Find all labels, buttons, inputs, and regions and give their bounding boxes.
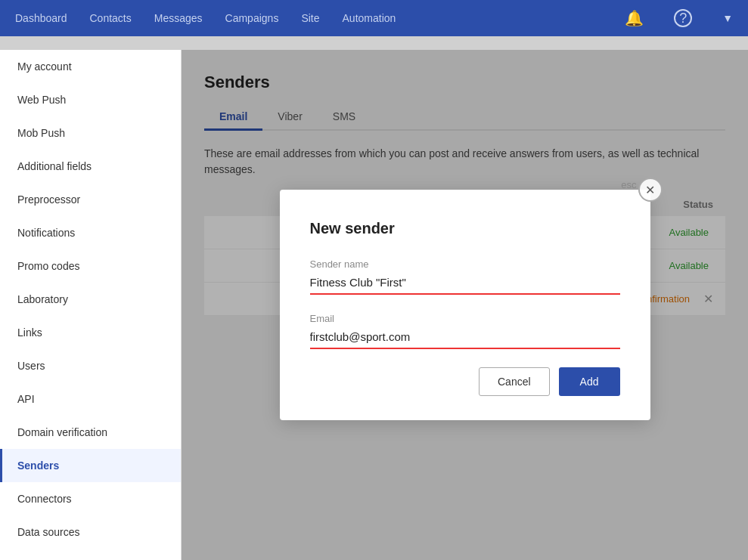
sidebar-item-additional-fields[interactable]: Additional fields xyxy=(0,150,181,183)
new-sender-modal: ✕ esc New sender Sender name Email Cance… xyxy=(280,190,650,420)
modal-actions: Cancel Add xyxy=(310,367,620,396)
nav-item-messages[interactable]: Messages xyxy=(154,9,203,27)
account-dropdown-icon[interactable]: ▼ xyxy=(722,12,733,24)
email-label: Email xyxy=(310,313,620,324)
sidebar-item-users[interactable]: Users xyxy=(0,349,181,382)
sidebar-item-preprocessor[interactable]: Preprocessor xyxy=(0,183,181,216)
sidebar-item-senders[interactable]: Senders xyxy=(0,449,181,482)
sidebar-item-domain-verification[interactable]: Domain verification xyxy=(0,416,181,449)
sidebar-item-my-account[interactable]: My account xyxy=(0,50,181,83)
sidebar-item-promo-codes[interactable]: Promo codes xyxy=(0,249,181,283)
sub-bar xyxy=(0,36,748,50)
add-button[interactable]: Add xyxy=(559,367,620,396)
sidebar-item-links[interactable]: Links xyxy=(0,316,181,349)
email-input[interactable] xyxy=(310,327,620,349)
top-navigation: Dashboard Contacts Messages Campaigns Si… xyxy=(0,0,748,36)
sidebar-item-connectors[interactable]: Connectors xyxy=(0,482,181,515)
cancel-button[interactable]: Cancel xyxy=(479,367,550,396)
help-icon[interactable]: ? xyxy=(674,9,692,27)
nav-item-contacts[interactable]: Contacts xyxy=(90,9,132,27)
nav-item-campaigns[interactable]: Campaigns xyxy=(225,9,279,27)
modal-title: New sender xyxy=(310,220,620,237)
sidebar: My account Web Push Mob Push Additional … xyxy=(0,50,182,560)
modal-esc-label: esc xyxy=(621,179,636,190)
nav-item-site[interactable]: Site xyxy=(301,9,319,27)
modal-close-button[interactable]: ✕ xyxy=(638,178,663,202)
sidebar-item-api[interactable]: API xyxy=(0,382,181,416)
modal-overlay: ✕ esc New sender Sender name Email Cance… xyxy=(182,50,748,560)
sidebar-item-laboratory[interactable]: Laboratory xyxy=(0,283,181,316)
sidebar-item-web-push[interactable]: Web Push xyxy=(0,83,181,116)
sidebar-item-notifications[interactable]: Notifications xyxy=(0,216,181,249)
sidebar-item-mob-push[interactable]: Mob Push xyxy=(0,116,181,150)
sender-name-group: Sender name xyxy=(310,258,620,295)
main-content: Senders Email Viber SMS These are email … xyxy=(182,50,748,560)
sender-name-input[interactable] xyxy=(310,273,620,295)
sidebar-item-data-sources[interactable]: Data sources xyxy=(0,515,181,549)
email-group: Email xyxy=(310,313,620,349)
nav-item-dashboard[interactable]: Dashboard xyxy=(15,9,67,27)
nav-item-automation[interactable]: Automation xyxy=(343,9,396,27)
bell-icon[interactable]: 🔔 xyxy=(625,9,644,27)
sender-name-label: Sender name xyxy=(310,258,620,270)
